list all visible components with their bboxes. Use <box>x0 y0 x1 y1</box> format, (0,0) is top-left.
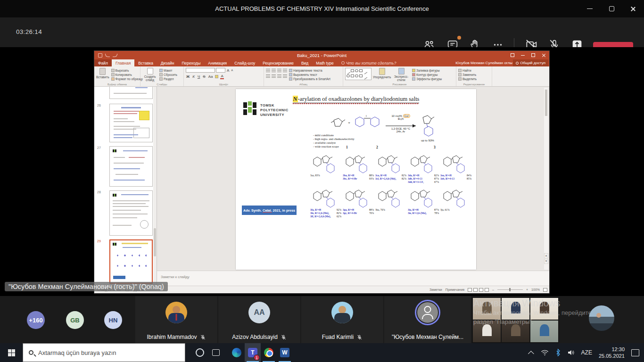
slide-thumbnail-28[interactable] <box>109 190 153 236</box>
participant-tile-speaking[interactable]: "Юсубов Мехман Сулейм... <box>384 296 471 343</box>
quick-styles-button[interactable]: Экспресс-стили <box>392 68 410 82</box>
align-right-icon[interactable] <box>277 74 281 78</box>
section-button[interactable]: Раздел <box>159 77 177 81</box>
participant-tile[interactable]: AA Azizov Abdulsayid <box>218 296 300 343</box>
floating-participant-avatar[interactable] <box>589 305 614 331</box>
slide-area-scrollbar[interactable] <box>544 88 548 270</box>
find-button[interactable]: Найти <box>458 69 477 72</box>
replace-button[interactable]: Заменить <box>458 73 477 76</box>
slideshow-view-icon[interactable] <box>485 288 489 292</box>
italic-button[interactable]: К <box>192 74 195 79</box>
new-slide-button[interactable]: Создать слайд <box>142 68 157 82</box>
bold-button[interactable]: Ж <box>186 74 190 79</box>
start-button[interactable] <box>0 343 23 362</box>
tab-mathtype[interactable]: Math type <box>312 59 337 66</box>
taskbar-chrome[interactable] <box>261 343 277 362</box>
taskbar-teams[interactable]: T 1 <box>245 343 261 362</box>
arrange-button[interactable]: Упорядочить <box>373 68 390 82</box>
thumbnails-scrollbar[interactable] <box>153 87 157 286</box>
tab-review[interactable]: Рецензирование <box>259 59 297 66</box>
align-left-icon[interactable] <box>266 74 270 78</box>
select-button[interactable]: Выделить <box>458 77 477 81</box>
normal-view-icon[interactable] <box>468 288 472 292</box>
minimize-button[interactable] <box>579 0 601 17</box>
ppt-share-button[interactable]: Общий доступ <box>513 59 548 66</box>
taskbar-search-input[interactable]: Axtarmaq üçün buraya yazın <box>23 343 185 362</box>
underline-button[interactable]: Ч <box>197 74 200 79</box>
tab-transitions[interactable]: Переходы <box>178 59 204 66</box>
tab-file[interactable]: Файл <box>94 59 112 66</box>
smartart-button[interactable]: Преобразовать в SmartArt <box>289 77 330 81</box>
maximize-button[interactable] <box>601 0 622 17</box>
close-button[interactable] <box>622 0 644 17</box>
format-painter-button[interactable]: Формат по образцу <box>111 77 143 81</box>
notes-toggle[interactable]: Заметки <box>429 288 442 291</box>
shape-outline-button[interactable]: Контур фигуры <box>412 73 442 76</box>
highlight-color-icon[interactable] <box>215 75 218 78</box>
ppt-minimize-button[interactable] <box>521 55 525 56</box>
reading-view-icon[interactable] <box>479 288 483 292</box>
slide-thumbnail-partial[interactable] <box>109 87 153 99</box>
grow-font-icon[interactable]: А <box>226 68 230 73</box>
slide-thumbnail-26[interactable] <box>109 104 153 142</box>
previous-slide-button[interactable]: ▲ <box>544 253 548 258</box>
language-indicator[interactable]: AZE <box>581 349 592 356</box>
bullets-icon[interactable] <box>266 69 270 73</box>
reset-button[interactable]: Сбросить <box>159 73 177 76</box>
copy-button[interactable]: Копировать <box>111 73 143 76</box>
shape-fill-button[interactable]: Заливка фигуры <box>412 69 442 72</box>
ppt-restore-button[interactable] <box>531 53 535 57</box>
indent-increase-icon[interactable] <box>283 69 287 73</box>
clock[interactable]: 12:3025.05.2021 <box>599 346 625 360</box>
fit-to-window-icon[interactable] <box>543 288 547 292</box>
font-size-box[interactable] <box>216 68 225 73</box>
indent-decrease-icon[interactable] <box>277 69 281 73</box>
participant-initials-hn[interactable]: HN <box>104 311 122 329</box>
zoom-out-button[interactable]: – <box>492 288 494 291</box>
slide-thumbnail-27[interactable] <box>109 146 153 187</box>
align-center-icon[interactable] <box>272 74 276 78</box>
notes-pane[interactable]: Заметки к слайду <box>157 271 549 286</box>
next-slide-button[interactable]: ▼ <box>544 259 548 264</box>
ppt-close-button[interactable] <box>542 53 545 57</box>
zoom-slider[interactable] <box>497 289 523 290</box>
text-direction-button[interactable]: Направление текста <box>289 69 330 72</box>
justify-icon[interactable] <box>283 74 287 78</box>
tab-home[interactable]: Главная <box>112 59 134 66</box>
slide-sorter-view-icon[interactable] <box>473 288 478 292</box>
current-slide-canvas[interactable]: TOMSKPOLYTECHNICUNIVERSITY N-arylation o… <box>236 89 476 270</box>
shape-effects-button[interactable]: Эффекты фигуры <box>412 77 442 81</box>
ppt-ribbon-options-icon[interactable] <box>511 53 514 57</box>
change-case-button[interactable]: Aa <box>208 74 214 79</box>
slide-thumbnail-29-selected[interactable] <box>109 239 153 284</box>
paste-button[interactable]: Вставить <box>96 68 109 82</box>
tab-view[interactable]: Вид <box>297 59 312 66</box>
participant-tile[interactable]: Fuad Karimli <box>301 296 383 343</box>
bluetooth-icon[interactable] <box>555 349 561 356</box>
layout-button[interactable]: Макет <box>159 69 177 72</box>
wifi-icon[interactable] <box>541 349 549 356</box>
cut-button[interactable]: Вырезать <box>111 69 143 72</box>
align-text-button[interactable]: Выровнять текст <box>289 73 330 76</box>
font-color-button[interactable]: А <box>220 74 223 79</box>
numbering-icon[interactable] <box>272 69 276 73</box>
tab-design[interactable]: Дизайн <box>157 59 178 66</box>
taskbar-edge[interactable] <box>229 343 245 362</box>
font-name-box[interactable] <box>186 68 215 73</box>
action-center-icon[interactable] <box>631 349 639 356</box>
participant-initials-gb[interactable]: GB <box>66 311 84 329</box>
overflow-participants-chip[interactable]: +160 <box>27 311 45 329</box>
tab-animations[interactable]: Анимация <box>204 59 231 66</box>
shrink-font-icon[interactable]: А <box>231 69 233 72</box>
tab-insert[interactable]: Вставка <box>134 59 157 66</box>
volume-icon[interactable] <box>567 349 575 356</box>
comments-toggle[interactable]: Примечания <box>446 288 464 291</box>
taskbar-word[interactable]: W <box>277 343 293 362</box>
shapes-gallery[interactable] <box>345 68 372 80</box>
strikethrough-button[interactable]: S <box>202 74 206 79</box>
video-gallery-mini-window[interactable] <box>472 297 559 343</box>
tray-expand-icon[interactable] <box>528 351 534 357</box>
participant-tile[interactable]: Ibrahim Mammadov <box>135 296 217 343</box>
cortana-button[interactable] <box>192 343 208 362</box>
task-view-button[interactable] <box>208 343 224 362</box>
